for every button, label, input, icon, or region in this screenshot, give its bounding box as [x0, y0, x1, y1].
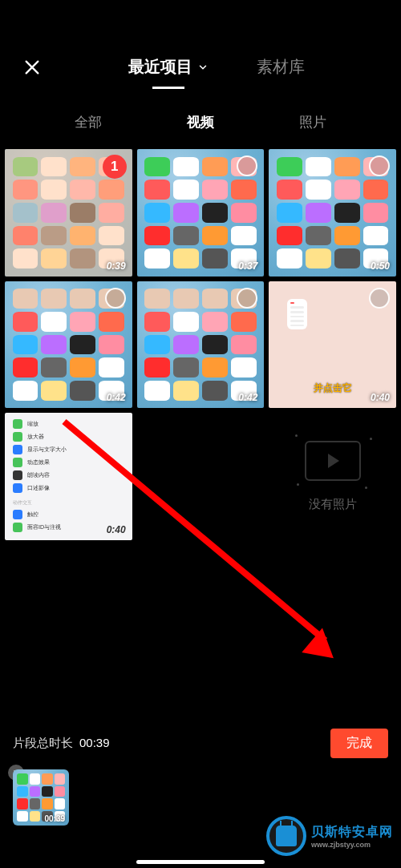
chevron-down-icon	[197, 62, 209, 73]
close-icon	[23, 59, 41, 76]
duration-label: 0:37	[238, 260, 257, 272]
done-button[interactable]: 完成	[330, 729, 388, 758]
selected-clip[interactable]: 00:39	[13, 769, 69, 826]
duration-label: 0:42	[107, 392, 126, 403]
duration-label: 0:50	[371, 260, 390, 272]
media-grid: 1 0:39 0:37 0:50	[0, 149, 401, 540]
selection-badge: 1	[103, 155, 127, 179]
tab-library-label: 素材库	[257, 56, 305, 78]
video-thumb[interactable]: 0:37	[137, 149, 265, 277]
tab-library[interactable]: 素材库	[257, 48, 305, 86]
video-thumb[interactable]: 1 0:39	[5, 149, 132, 277]
android-icon	[276, 826, 297, 846]
tab-recent[interactable]: 最近项目	[128, 48, 209, 86]
duration-label: 0:42	[238, 392, 257, 403]
video-thumb[interactable]: 并点击它 0:40	[269, 281, 396, 409]
duration-label: 0:39	[107, 260, 126, 272]
select-circle[interactable]	[237, 288, 257, 309]
select-circle[interactable]	[105, 288, 126, 309]
close-button[interactable]	[16, 51, 48, 83]
tab-recent-label: 最近项目	[128, 56, 192, 78]
total-duration-label: 片段总时长	[13, 736, 73, 751]
select-circle[interactable]	[369, 288, 390, 309]
duration-label: 0:40	[107, 524, 126, 535]
filter-photo[interactable]: 照片	[293, 110, 333, 135]
total-duration-value: 00:39	[79, 736, 110, 749]
video-placeholder-icon	[305, 441, 361, 481]
video-thumb[interactable]: 0:50	[269, 149, 396, 277]
video-thumb[interactable]: 0:42	[5, 281, 132, 409]
empty-photo-placeholder: 没有照片	[269, 413, 396, 540]
watermark-logo	[266, 816, 306, 856]
watermark: 贝斯特安卓网 www.zjbstyy.com	[266, 816, 393, 856]
filter-video[interactable]: 视频	[180, 110, 221, 135]
selected-clip-duration: 00:39	[44, 814, 65, 823]
empty-text: 没有照片	[309, 497, 357, 512]
home-indicator[interactable]	[136, 860, 265, 864]
watermark-url: www.zjbstyy.com	[311, 841, 393, 849]
watermark-title: 贝斯特安卓网	[311, 824, 393, 841]
video-thumb[interactable]: 0:42	[137, 281, 265, 409]
filter-all[interactable]: 全部	[68, 110, 108, 135]
annotation-arrow-head	[302, 628, 344, 670]
select-circle[interactable]	[369, 155, 390, 176]
duration-label: 0:40	[371, 392, 390, 403]
video-thumb[interactable]: 缩放 放大器 显示与文字大小 动态效果 朗读内容 口述影像 动作交互 触控 面容…	[5, 413, 132, 540]
